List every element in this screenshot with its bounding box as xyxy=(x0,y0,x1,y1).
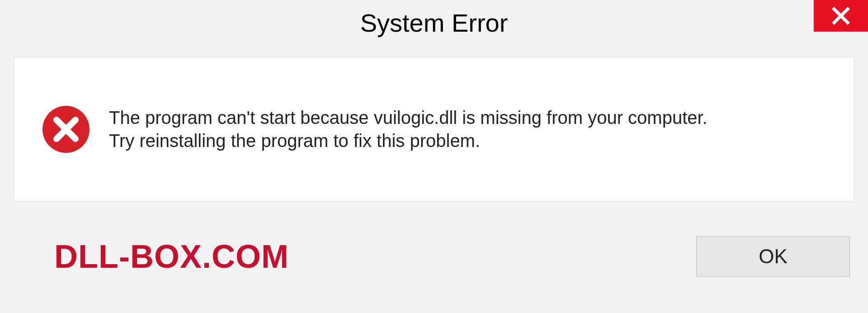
error-icon xyxy=(41,104,91,154)
close-button[interactable] xyxy=(814,0,868,32)
watermark-text: DLL-BOX.COM xyxy=(54,238,289,275)
ok-button[interactable]: OK xyxy=(696,236,850,277)
dialog-content: The program can't start because vuilogic… xyxy=(14,57,854,202)
dialog-title: System Error xyxy=(360,8,508,38)
dialog-titlebar: System Error xyxy=(0,0,868,43)
ok-button-label: OK xyxy=(759,245,788,268)
dialog-footer: DLL-BOX.COM OK xyxy=(0,218,868,313)
close-icon xyxy=(831,6,850,25)
error-message: The program can't start because vuilogic… xyxy=(109,106,708,152)
